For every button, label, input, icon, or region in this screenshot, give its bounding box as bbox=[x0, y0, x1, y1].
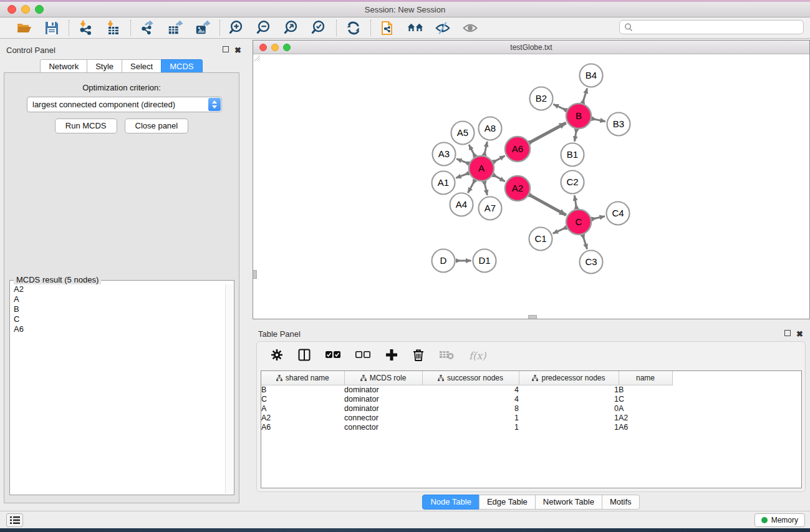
column-header-predecessor-nodes[interactable]: predecessor nodes bbox=[519, 371, 619, 385]
zoom-fit-icon[interactable] bbox=[284, 20, 300, 36]
edge-A-A7[interactable] bbox=[485, 181, 488, 195]
table-cell[interactable]: A6 bbox=[261, 422, 344, 432]
zoom-out-icon[interactable] bbox=[256, 20, 272, 36]
table-cell[interactable]: C bbox=[619, 394, 672, 404]
float-table-panel-icon[interactable] bbox=[783, 330, 791, 338]
new-session-from-network-icon[interactable] bbox=[380, 20, 396, 36]
node-B3[interactable]: B3 bbox=[607, 113, 630, 136]
table-cell[interactable]: 1 bbox=[519, 385, 619, 394]
node-C[interactable]: C bbox=[566, 210, 591, 235]
edge-B-B4[interactable] bbox=[582, 89, 587, 103]
node-table[interactable]: shared nameMCDS rolesuccessor nodesprede… bbox=[261, 370, 802, 488]
home-networks-icon[interactable] bbox=[407, 20, 423, 36]
node-B1[interactable]: B1 bbox=[561, 143, 584, 167]
node-C4[interactable]: C4 bbox=[607, 202, 630, 225]
node-table-grid[interactable]: shared nameMCDS rolesuccessor nodesprede… bbox=[261, 371, 673, 432]
edge-A-A4[interactable] bbox=[468, 180, 475, 193]
table-cell[interactable]: A2 bbox=[261, 413, 344, 422]
table-cell[interactable]: C bbox=[261, 394, 344, 404]
tab-edge-table[interactable]: Edge Table bbox=[479, 495, 536, 510]
resize-grip[interactable] bbox=[253, 54, 261, 62]
column-header-MCDS-role[interactable]: MCDS role bbox=[344, 371, 422, 385]
edge-A-A1[interactable] bbox=[456, 173, 468, 178]
node-C1[interactable]: C1 bbox=[529, 228, 552, 251]
table-cell[interactable]: connector bbox=[344, 422, 422, 432]
node-A8[interactable]: A8 bbox=[479, 117, 502, 140]
table-cell[interactable]: 4 bbox=[422, 385, 519, 394]
table-cell[interactable]: 1 bbox=[519, 413, 619, 422]
table-row[interactable]: Adominator80A bbox=[261, 404, 672, 413]
vertical-scroll-thumb[interactable] bbox=[253, 270, 257, 279]
edge-C-C2[interactable] bbox=[574, 195, 576, 208]
edge-A2-C[interactable] bbox=[529, 195, 566, 215]
network-graph[interactable]: B4B2BB3A5A8A6A3B1AA1C2A2A4A7CC4C1DD1C3 bbox=[253, 54, 809, 319]
refresh-layout-icon[interactable] bbox=[345, 20, 362, 36]
table-cell[interactable]: connector bbox=[344, 413, 422, 422]
edge-A-A8[interactable] bbox=[485, 142, 488, 155]
table-cell[interactable]: 1 bbox=[519, 394, 619, 404]
edge-B-B3[interactable] bbox=[592, 118, 605, 121]
tab-network-table[interactable]: Network Table bbox=[535, 495, 602, 510]
result-item[interactable]: A6 bbox=[14, 324, 225, 334]
node-B[interactable]: B bbox=[566, 104, 591, 128]
table-cell[interactable]: 1 bbox=[519, 422, 619, 432]
edge-B-B2[interactable] bbox=[553, 104, 566, 110]
float-panel-icon[interactable] bbox=[221, 46, 229, 54]
edge-A-A6[interactable] bbox=[493, 156, 504, 162]
result-item[interactable]: B bbox=[14, 304, 225, 314]
node-D1[interactable]: D1 bbox=[473, 249, 496, 273]
table-cell[interactable]: A6 bbox=[619, 422, 672, 432]
column-header-name[interactable]: name bbox=[619, 371, 672, 385]
result-item[interactable]: A2 bbox=[14, 284, 225, 294]
result-scrollbar[interactable] bbox=[225, 284, 233, 494]
edge-C-C4[interactable] bbox=[592, 216, 605, 220]
add-column-icon[interactable] bbox=[385, 349, 398, 363]
node-D[interactable]: D bbox=[432, 249, 455, 273]
edge-A-A3[interactable] bbox=[456, 159, 468, 163]
node-C3[interactable]: C3 bbox=[580, 251, 603, 274]
table-row[interactable]: Bdominator41B bbox=[261, 385, 672, 394]
table-cell[interactable]: B bbox=[619, 385, 672, 394]
table-cell[interactable]: 8 bbox=[422, 404, 519, 413]
table-cell[interactable]: dominator bbox=[344, 385, 422, 394]
node-A[interactable]: A bbox=[469, 156, 494, 181]
export-table-icon[interactable] bbox=[167, 20, 183, 36]
hide-details-icon[interactable] bbox=[435, 20, 451, 36]
network-canvas[interactable]: B4B2BB3A5A8A6A3B1AA1C2A2A4A7CC4C1DD1C3 bbox=[253, 54, 809, 319]
node-A6[interactable]: A6 bbox=[505, 137, 530, 162]
table-row[interactable]: A2connector11A2 bbox=[261, 413, 672, 422]
zoom-in-icon[interactable] bbox=[229, 20, 245, 36]
node-A3[interactable]: A3 bbox=[433, 143, 456, 166]
node-B4[interactable]: B4 bbox=[580, 64, 603, 87]
table-row[interactable]: A6connector11A6 bbox=[261, 422, 672, 432]
open-folder-icon[interactable] bbox=[16, 20, 32, 36]
result-item[interactable]: C bbox=[14, 314, 225, 324]
close-panel-icon[interactable]: ✖ bbox=[234, 46, 242, 54]
save-icon[interactable] bbox=[44, 20, 60, 36]
tab-motifs[interactable]: Motifs bbox=[602, 495, 640, 510]
node-A5[interactable]: A5 bbox=[451, 122, 475, 145]
table-cell[interactable]: 0 bbox=[519, 404, 619, 413]
table-cell[interactable]: dominator bbox=[344, 404, 422, 413]
export-network-icon[interactable] bbox=[140, 20, 156, 36]
apply-function-icon[interactable]: f(x) bbox=[469, 350, 486, 362]
delete-table-icon[interactable] bbox=[439, 350, 454, 362]
node-A7[interactable]: A7 bbox=[479, 197, 502, 220]
edge-C-C1[interactable] bbox=[553, 228, 566, 233]
table-cell[interactable]: dominator bbox=[344, 394, 422, 404]
table-cell[interactable]: B bbox=[261, 385, 344, 394]
edge-A6-B[interactable] bbox=[529, 123, 566, 143]
column-header-successor-nodes[interactable]: successor nodes bbox=[422, 371, 519, 385]
table-row[interactable]: Cdominator41C bbox=[261, 394, 672, 404]
zoom-selected-icon[interactable] bbox=[311, 20, 327, 36]
mcds-result-list[interactable]: A2ABCA6 bbox=[11, 284, 225, 494]
node-C2[interactable]: C2 bbox=[561, 171, 584, 194]
edge-B-B1[interactable] bbox=[574, 130, 576, 142]
network-window-titlebar[interactable]: testGlobe.txt bbox=[253, 41, 809, 54]
table-cell[interactable]: 4 bbox=[422, 394, 519, 404]
table-cell[interactable]: A2 bbox=[619, 413, 672, 422]
close-panel-button[interactable]: Close panel bbox=[125, 118, 189, 133]
edge-A-A2[interactable] bbox=[493, 175, 505, 181]
horizontal-scroll-thumb[interactable] bbox=[528, 315, 537, 319]
edge-C-C3[interactable] bbox=[583, 235, 587, 249]
